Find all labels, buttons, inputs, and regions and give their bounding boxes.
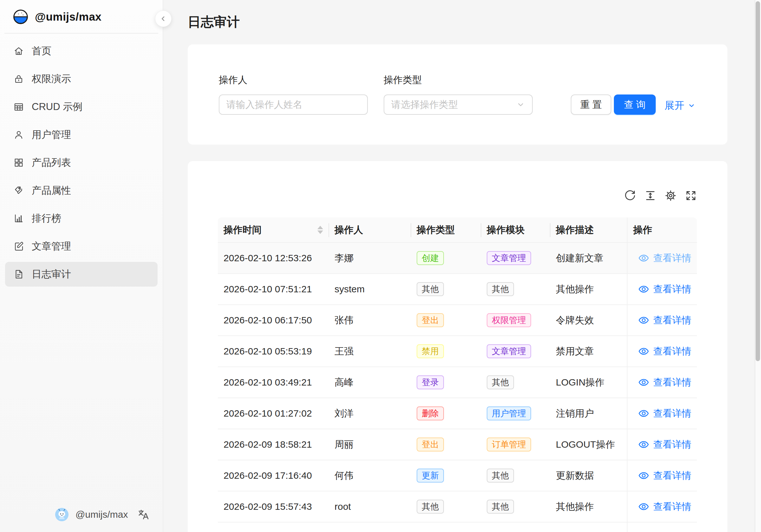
view-detail-link[interactable]: 查看详情 (638, 345, 691, 358)
cell-time: 2026-02-10 06:17:50 (218, 305, 329, 335)
view-detail-label: 查看详情 (653, 469, 691, 482)
table-row-partial (218, 522, 697, 532)
action-type-tag: 其他 (417, 282, 444, 296)
lock-icon (13, 74, 24, 84)
view-detail-link[interactable]: 查看详情 (638, 438, 691, 451)
cell-actions (627, 522, 697, 532)
bar-chart-icon (13, 213, 24, 224)
cell-description: 其他操作 (550, 492, 627, 522)
view-detail-label: 查看详情 (653, 407, 691, 420)
sidebar-item-label: 排行榜 (32, 212, 61, 225)
view-detail-link[interactable]: 查看详情 (638, 252, 691, 265)
operator-input[interactable] (226, 95, 360, 114)
cell-time (218, 522, 329, 532)
operation-type-select[interactable]: 请选择操作类型 (384, 94, 533, 115)
sidebar-item-label: 权限演示 (32, 72, 71, 86)
cell-actions: 查看详情 (627, 460, 697, 491)
sidebar-item-label: CRUD 示例 (32, 100, 83, 113)
page-scrollbar-thumb[interactable] (756, 1, 760, 361)
cell-module: 其他 (481, 367, 550, 397)
table-body: 2026-02-10 12:53:26 李娜 创建 文章管理 创建新文章 (218, 243, 697, 522)
view-detail-link[interactable]: 查看详情 (638, 314, 691, 327)
view-detail-link[interactable]: 查看详情 (638, 283, 691, 296)
cell-description: LOGIN操作 (550, 367, 627, 397)
table-row: 2026-02-09 15:57:43 root 其他 其他 其他操作 (218, 492, 697, 522)
search-button[interactable]: 查 询 (614, 94, 656, 115)
column-title: 操作 (633, 223, 652, 237)
cell-time: 2026-02-10 07:51:21 (218, 274, 329, 304)
edit-icon (13, 241, 24, 252)
column-title: 操作时间 (223, 223, 262, 237)
module-tag: 文章管理 (487, 251, 531, 265)
view-detail-link[interactable]: 查看详情 (638, 500, 691, 513)
language-switcher[interactable] (137, 508, 149, 522)
density-button[interactable] (644, 190, 656, 202)
cell-description: 其他操作 (550, 274, 627, 304)
cell-action-type: 创建 (411, 243, 481, 273)
sidebar-item-home[interactable]: 首页 (5, 39, 157, 63)
cell-module: 文章管理 (481, 336, 550, 367)
eye-icon (638, 408, 649, 419)
user-profile[interactable]: @umijs/max (55, 507, 128, 522)
view-detail-link[interactable]: 查看详情 (638, 469, 691, 482)
eye-icon (638, 501, 649, 512)
table-card: 操作时间 操作人 操作类型 操作模块 操作描述 (188, 161, 728, 532)
eye-icon (638, 315, 649, 325)
view-detail-label: 查看详情 (653, 283, 691, 296)
app-logo[interactable]: @umijs/max (0, 0, 163, 33)
column-settings-button[interactable] (665, 190, 677, 202)
cell-module: 文章管理 (481, 243, 550, 273)
view-detail-label: 查看详情 (653, 438, 691, 451)
sidebar-item-product-list[interactable]: 产品列表 (5, 150, 157, 175)
sidebar-collapse-button[interactable] (155, 11, 172, 27)
view-detail-label: 查看详情 (653, 500, 691, 513)
sidebar-item-user-management[interactable]: 用户管理 (5, 122, 157, 147)
appstore-icon (13, 157, 24, 168)
expand-toggle[interactable]: 展开 (665, 99, 696, 112)
cell-module: 其他 (481, 492, 550, 522)
sidebar-item-label: 产品列表 (32, 156, 71, 169)
app-window: @umijs/max 首页 权限演示 CRUD 示例 (0, 0, 761, 532)
table-row: 2026-02-10 12:53:26 李娜 创建 文章管理 创建新文章 (218, 243, 697, 274)
sidebar-item-leaderboard[interactable]: 排行榜 (5, 206, 157, 231)
operator-field-label: 操作人 (219, 74, 247, 87)
fullscreen-button[interactable] (685, 190, 697, 202)
main-content: 日志审计 操作人 操作类型 请选择操作类型 重 置 查 询 展开 (164, 0, 761, 532)
cell-actions: 查看详情 (627, 398, 697, 429)
user-icon (13, 129, 24, 140)
logo-text: @umijs/max (35, 11, 101, 23)
view-detail-label: 查看详情 (653, 314, 691, 327)
reload-button[interactable] (624, 190, 636, 202)
tags-icon (13, 185, 24, 196)
sidebar-item-permission-demo[interactable]: 权限演示 (5, 67, 157, 91)
table-icon (13, 101, 24, 112)
eye-icon (638, 439, 649, 450)
column-title: 操作描述 (556, 223, 594, 237)
column-header-operator: 操作人 (329, 217, 411, 242)
table-row: 2026-02-09 17:16:40 何伟 更新 其他 更新数据 (218, 460, 697, 492)
filter-card: 操作人 操作类型 请选择操作类型 重 置 查 询 展开 (188, 44, 728, 145)
operation-type-field-label: 操作类型 (384, 74, 422, 87)
reset-button[interactable]: 重 置 (571, 94, 611, 115)
action-type-tag: 禁用 (417, 344, 444, 358)
module-tag: 权限管理 (487, 313, 531, 327)
sidebar-item-label: 文章管理 (32, 240, 71, 253)
action-type-tag: 登出 (417, 313, 444, 327)
cell-actions: 查看详情 (627, 305, 697, 335)
reload-icon (624, 190, 636, 202)
sidebar-item-log-audit[interactable]: 日志审计 (5, 262, 157, 287)
cell-time: 2026-02-10 05:53:19 (218, 336, 329, 367)
module-tag: 用户管理 (487, 406, 531, 420)
gear-icon (665, 190, 677, 202)
action-type-tag: 其他 (417, 500, 444, 514)
view-detail-link[interactable]: 查看详情 (638, 376, 691, 389)
view-detail-link[interactable]: 查看详情 (638, 407, 691, 420)
sidebar-item-crud-example[interactable]: CRUD 示例 (5, 94, 157, 119)
action-type-tag: 登录 (417, 375, 444, 389)
sidebar-item-product-attributes[interactable]: 产品属性 (5, 178, 157, 203)
cell-description: 令牌失效 (550, 305, 627, 335)
chevron-down-icon (687, 101, 696, 110)
sidebar-item-article-management[interactable]: 文章管理 (5, 234, 157, 259)
cell-module: 权限管理 (481, 305, 550, 335)
column-header-time[interactable]: 操作时间 (218, 217, 329, 242)
